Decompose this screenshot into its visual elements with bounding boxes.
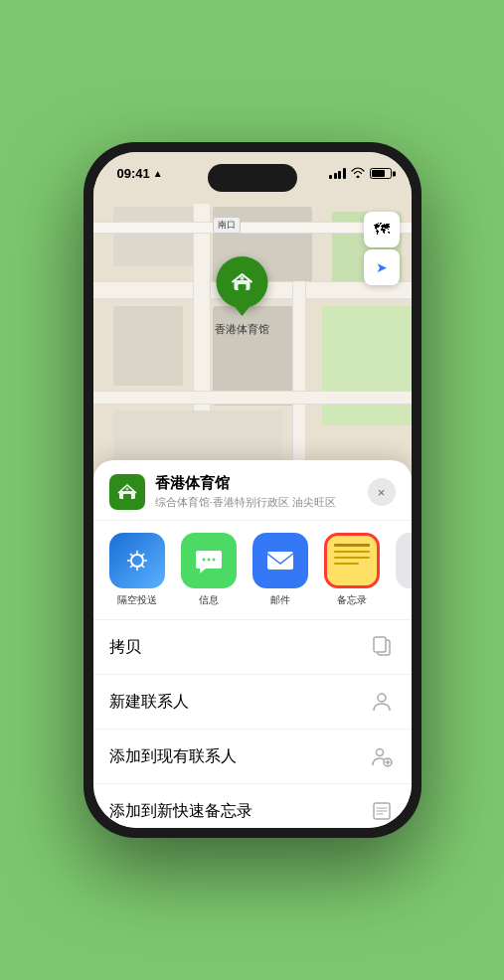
dynamic-island [208, 164, 297, 192]
notes-label: 备忘录 [337, 593, 367, 607]
svg-rect-15 [374, 637, 386, 652]
signal-icon [329, 168, 346, 179]
close-icon: × [378, 485, 386, 500]
more-icon [396, 533, 412, 588]
action-add-contact[interactable]: 添加到现有联系人 [93, 730, 412, 784]
phone-screen: 09:41 ▲ [93, 152, 412, 828]
venue-name: 香港体育馆 [155, 474, 358, 493]
share-item-notes[interactable]: 备忘录 [324, 533, 380, 607]
map-view-button[interactable]: 🗺 [364, 212, 400, 247]
venue-subtitle: 综合体育馆·香港特别行政区 油尖旺区 [155, 495, 358, 510]
svg-rect-1 [239, 284, 247, 290]
person-icon [368, 688, 396, 716]
svg-point-7 [202, 559, 205, 562]
action-quick-note-label: 添加到新快速备忘录 [109, 801, 252, 822]
close-button[interactable]: × [368, 478, 396, 506]
action-quick-note[interactable]: 添加到新快速备忘录 [93, 784, 412, 828]
svg-point-16 [378, 694, 386, 702]
action-add-contact-label: 添加到现有联系人 [109, 746, 237, 767]
pin-icon [217, 256, 268, 308]
airdrop-icon [109, 533, 165, 588]
svg-point-2 [241, 276, 245, 280]
messages-icon [181, 533, 237, 588]
location-icon: ➤ [376, 259, 388, 275]
wifi-icon [351, 166, 365, 181]
svg-point-17 [376, 749, 383, 756]
share-item-mail[interactable]: 邮件 [252, 533, 308, 607]
location-pin: 香港体育馆 [215, 256, 269, 337]
phone-frame: 09:41 ▲ [84, 142, 421, 838]
messages-label: 信息 [199, 593, 219, 607]
pin-label-text: 香港体育馆 [215, 322, 269, 337]
note-icon [368, 797, 396, 825]
status-time: 09:41 ▲ [117, 166, 163, 181]
mail-label: 邮件 [270, 593, 290, 607]
location-label-text: 南口 [218, 220, 236, 230]
action-copy-label: 拷贝 [109, 637, 141, 658]
map-view-icon: 🗺 [374, 221, 390, 239]
share-item-messages[interactable]: 信息 [181, 533, 237, 607]
map-controls: 🗺 ➤ [364, 212, 400, 285]
action-new-contact[interactable]: 新建联系人 [93, 675, 412, 730]
svg-point-5 [125, 488, 128, 491]
location-button[interactable]: ➤ [364, 249, 400, 285]
venue-icon [109, 474, 145, 510]
copy-icon [368, 633, 396, 661]
svg-point-9 [212, 559, 215, 562]
share-item-more[interactable]: 提 [396, 533, 412, 607]
mail-icon [252, 533, 308, 588]
svg-rect-10 [267, 552, 293, 570]
location-arrow-icon: ▲ [153, 168, 163, 179]
svg-point-8 [207, 559, 210, 562]
action-new-contact-label: 新建联系人 [109, 692, 189, 713]
battery-icon [370, 168, 392, 179]
venue-info: 香港体育馆 综合体育馆·香港特别行政区 油尖旺区 [155, 474, 358, 510]
bottom-sheet: 香港体育馆 综合体育馆·香港特别行政区 油尖旺区 × [93, 460, 412, 828]
notes-icon [324, 533, 380, 588]
airdrop-label: 隔空投送 [117, 593, 157, 607]
sheet-header: 香港体育馆 综合体育馆·香港特别行政区 油尖旺区 × [93, 460, 412, 521]
svg-rect-4 [123, 494, 131, 499]
person-add-icon [368, 742, 396, 770]
time-display: 09:41 [117, 166, 150, 181]
action-copy[interactable]: 拷贝 [93, 620, 412, 675]
share-item-airdrop[interactable]: 隔空投送 [109, 533, 165, 607]
map-area-label: 南口 [213, 217, 241, 234]
share-row: 隔空投送 信息 [93, 521, 412, 620]
status-icons [329, 166, 392, 181]
